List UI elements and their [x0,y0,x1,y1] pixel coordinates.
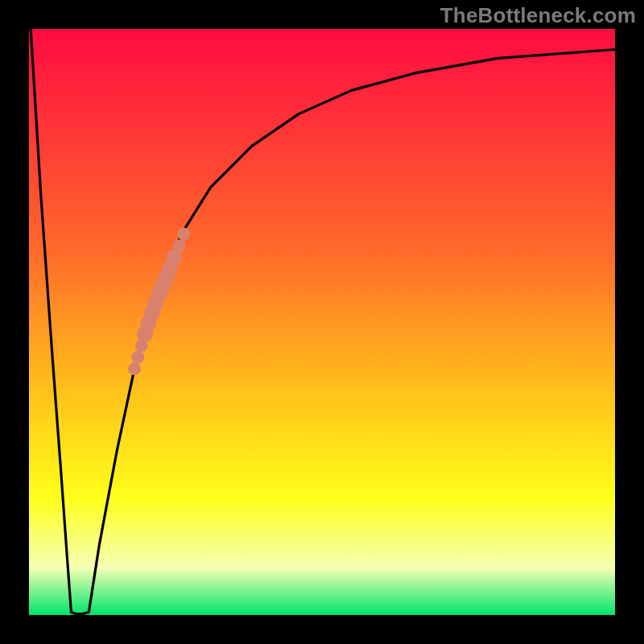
plot-background-gradient [29,29,615,615]
bottleneck-chart [0,0,644,644]
highlight-dot [131,351,144,364]
highlight-dot [128,362,141,375]
chart-container: TheBottleneck.com [0,0,644,644]
highlight-dot [177,228,190,241]
highlight-dot [172,239,185,252]
watermark-text: TheBottleneck.com [440,3,636,28]
